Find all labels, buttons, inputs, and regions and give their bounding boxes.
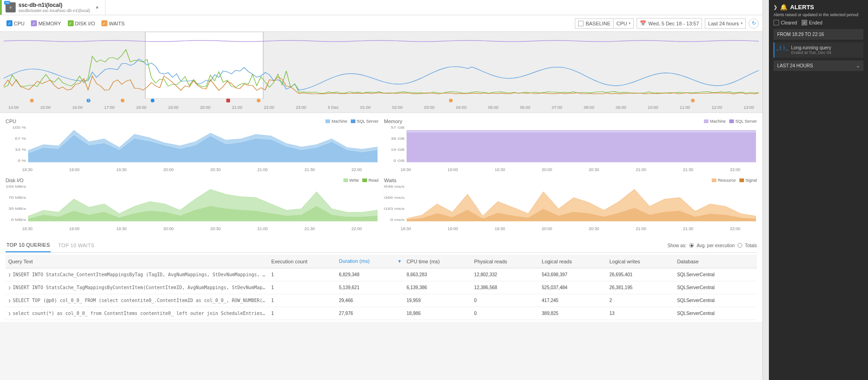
chart-disk[interactable]: Disk I/OWriteRead104 MB/s70 MB/s35 MB/s0…	[6, 178, 378, 231]
column-header[interactable]: Execution count	[269, 255, 337, 268]
chart-cpu[interactable]: CPUMachineSQL Server100 %67 %33 %0 %18:3…	[6, 119, 378, 172]
column-header[interactable]: Logical writes	[607, 255, 674, 268]
svg-text:0 MB/s: 0 MB/s	[11, 218, 26, 222]
expand-icon[interactable]: ❯	[8, 298, 12, 303]
column-header[interactable]: CPU time (ms)	[404, 255, 472, 268]
alert-subtitle: Ended at Tue, Dec 04	[791, 50, 831, 55]
baseline-toggle[interactable]: BASELINE	[575, 18, 614, 29]
timeline-marker[interactable]	[257, 99, 260, 102]
svg-text:104 MB/s: 104 MB/s	[6, 184, 26, 189]
timeline-marker[interactable]	[226, 99, 230, 102]
svg-text:13183 ms/s: 13183 ms/s	[384, 207, 405, 211]
filter-ended[interactable]: ✓Ended	[802, 20, 822, 25]
bell-icon: 🔔	[780, 4, 787, 11]
toggle-waits[interactable]: ✓WAITS	[99, 19, 127, 28]
range-select[interactable]: Last 24 hours▾	[705, 18, 746, 29]
chevron-down-icon: ⌄	[856, 63, 860, 68]
table-row[interactable]: ❯INSERT INTO StatsCache_TagMappingsByCon…	[6, 281, 757, 294]
expand-icon[interactable]: ❯	[8, 285, 12, 290]
timeline-marker[interactable]	[449, 99, 453, 102]
chart-waits[interactable]: WaitsResourceSignal39548 ms/s26366 ms/s1…	[384, 178, 757, 231]
svg-text:100 %: 100 %	[12, 125, 26, 130]
alerts-panel: ❯🔔ALERTS Alerts raised or updated in the…	[769, 0, 868, 380]
svg-text:35 MB/s: 35 MB/s	[8, 207, 26, 211]
toggle-cpu[interactable]: ✓CPU	[4, 19, 27, 28]
checkbox-icon	[578, 21, 584, 26]
table-row[interactable]: ❯select count(*) as col_0_0_ from Conten…	[6, 307, 757, 320]
radio-totals[interactable]	[738, 243, 742, 248]
date-picker[interactable]: 📅 Wed, 5 Dec 18 - 13:57	[637, 18, 702, 29]
server-path: sscdbcluster.ssc.local\ssc-db-n1\(local)	[18, 8, 90, 13]
timeline-marker[interactable]	[30, 99, 34, 102]
column-header[interactable]: Query Text	[6, 255, 269, 268]
column-header[interactable]: Logical reads	[539, 255, 607, 268]
alert-title: Long-running query	[791, 45, 831, 50]
radio-avg[interactable]	[689, 243, 694, 248]
chart-title: Memory	[384, 119, 402, 124]
alerts-section-24h[interactable]: LAST 24 HOURS⌄	[774, 60, 863, 71]
timeline-marker[interactable]	[121, 99, 124, 102]
alerts-heading: ALERTS	[790, 4, 814, 11]
svg-text:38 GB: 38 GB	[391, 137, 405, 141]
timeline-marker[interactable]: 2	[87, 99, 90, 102]
chart-title: Waits	[384, 178, 396, 183]
column-header[interactable]: Duration (ms) ▾	[336, 255, 404, 268]
filter-cleared[interactable]: Cleared	[774, 20, 797, 25]
svg-text:39548 ms/s: 39548 ms/s	[384, 184, 405, 189]
queries-table: Query TextExecution countDuration (ms) ▾…	[6, 255, 757, 320]
alerts-section-selected[interactable]: FROM 18:29 TO 22:16	[774, 29, 863, 40]
svg-text:67 %: 67 %	[15, 137, 26, 141]
svg-text:0 ms/s: 0 ms/s	[390, 218, 405, 222]
expand-icon[interactable]: ❯	[8, 273, 12, 277]
svg-text:33 %: 33 %	[15, 148, 26, 152]
server-tab[interactable]: VM ≡ ssc-db-n1\(local) sscdbcluster.ssc.…	[0, 0, 106, 15]
svg-text:57 GB: 57 GB	[391, 125, 405, 130]
server-name: ssc-db-n1\(local)	[18, 2, 90, 8]
chart-title: Disk I/O	[6, 178, 24, 183]
overview-chart[interactable]: 2 14:0015:0016:0017:0018:0019:0020:0021:…	[0, 32, 762, 113]
chevron-right-icon[interactable]: ❯	[774, 5, 777, 10]
calendar-icon: 📅	[640, 20, 646, 26]
toggle-disk[interactable]: ✓DISK I/O	[65, 19, 98, 28]
vm-badge: VM	[4, 1, 10, 5]
table-row[interactable]: ❯SELECT TOP (@p0) col_0_0_ FROM (select …	[6, 294, 757, 307]
expand-icon[interactable]: ❯	[8, 311, 12, 316]
alert-item[interactable]: ⎯┤├⎯ Long-running query Ended at Tue, De…	[774, 42, 863, 58]
header-bar: VM ≡ ssc-db-n1\(local) sscdbcluster.ssc.…	[0, 0, 762, 15]
server-icon: VM ≡	[6, 2, 16, 12]
toggle-memory[interactable]: ✓MEMORY	[28, 19, 64, 28]
svg-text:26366 ms/s: 26366 ms/s	[384, 196, 405, 200]
svg-text:0 GB: 0 GB	[394, 159, 405, 163]
pulse-icon: ⎯┤├⎯	[776, 45, 788, 55]
baseline-metric-select[interactable]: CPU▾	[613, 18, 634, 29]
chart-title: CPU	[6, 119, 16, 124]
tab-top-queries[interactable]: TOP 10 QUERIES	[6, 238, 51, 252]
svg-text:19 GB: 19 GB	[391, 148, 405, 152]
tab-top-waits[interactable]: TOP 10 WAITS	[57, 239, 95, 252]
table-row[interactable]: ❯INSERT INTO StatsCache_ContentItemMappi…	[6, 268, 757, 281]
refresh-icon[interactable]: ↻	[749, 18, 759, 29]
column-header[interactable]: Database	[674, 255, 757, 268]
chart-memory[interactable]: MemoryMachineSQL Server57 GB38 GB19 GB0 …	[384, 119, 757, 172]
controls-row: ✓CPU ✓MEMORY ✓DISK I/O ✓WAITS BASELINE C…	[0, 15, 762, 32]
column-header[interactable]: Physical reads	[472, 255, 539, 268]
svg-text:0 %: 0 %	[18, 159, 26, 163]
timeline-marker[interactable]	[691, 99, 695, 102]
timeline-marker[interactable]	[151, 99, 154, 102]
alerts-subtitle: Alerts raised or updated in the selected…	[774, 12, 863, 17]
svg-text:70 MB/s: 70 MB/s	[8, 196, 26, 200]
chevron-down-icon[interactable]: ▾	[93, 5, 101, 11]
vertical-scrollbar[interactable]	[762, 0, 769, 380]
